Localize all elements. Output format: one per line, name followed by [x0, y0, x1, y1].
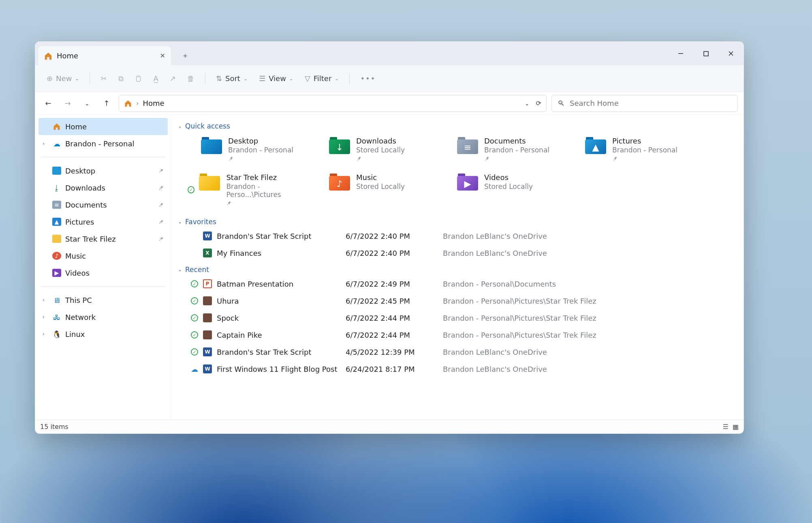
- icons-view-button[interactable]: ▦: [733, 423, 739, 431]
- file-name: Brandon's Star Trek Script: [217, 232, 312, 240]
- file-date: 6/7/2022 2:44 PM: [346, 314, 443, 322]
- sidebar-item-brandon-personal[interactable]: ›☁Brandon - Personal: [38, 135, 168, 152]
- search-box[interactable]: 🔍︎: [551, 95, 738, 112]
- file-date: 6/24/2021 8:17 PM: [346, 365, 443, 373]
- section-header-favorites[interactable]: ⌄ Favorites: [175, 216, 740, 227]
- sidebar-item-videos[interactable]: ▶Videos: [38, 264, 168, 281]
- file-name: Captain Pike: [217, 331, 262, 339]
- address-bar[interactable]: › Home ⌄ ⟳: [119, 95, 547, 112]
- quick-access-videos[interactable]: ▶VideosStored Locally: [444, 173, 569, 206]
- sidebar-item-star-trek-filez[interactable]: Star Trek Filez📌︎: [38, 230, 168, 247]
- folder-name: Desktop: [228, 137, 293, 145]
- back-button[interactable]: ←: [41, 96, 56, 111]
- breadcrumb[interactable]: Home: [143, 99, 164, 107]
- sidebar-item-music[interactable]: ♪Music: [38, 247, 168, 264]
- sidebar-item-label: Pictures: [65, 218, 94, 226]
- sidebar-item-linux[interactable]: ›🐧Linux: [38, 326, 168, 343]
- filter-button[interactable]: ▽ Filter ⌄: [300, 71, 344, 87]
- new-button[interactable]: ⊕ New ⌄: [42, 71, 84, 87]
- file-row[interactable]: ✓Uhura6/7/2022 2:45 PMBrandon - Personal…: [175, 292, 740, 309]
- file-date: 6/7/2022 2:40 PM: [346, 249, 443, 257]
- file-row[interactable]: XMy Finances6/7/2022 2:40 PMBrandon LeBl…: [175, 244, 740, 262]
- chevron-down-icon: ⌄: [289, 76, 293, 81]
- share-button[interactable]: ↗: [165, 71, 181, 87]
- chevron-down-icon: ⌄: [85, 100, 90, 107]
- section-header-recent[interactable]: ⌄ Recent: [175, 264, 740, 275]
- quick-access-music[interactable]: ♪MusicStored Locally: [316, 173, 441, 206]
- paste-button[interactable]: 📋︎: [130, 71, 147, 87]
- maximize-button[interactable]: [693, 42, 718, 65]
- file-location: Brandon - Personal\Pictures\Star Trek Fi…: [443, 331, 740, 339]
- folder-icon: ↓: [328, 137, 351, 155]
- sidebar-item-downloads[interactable]: ⭳Downloads📌︎: [38, 179, 168, 196]
- file-row[interactable]: ✓WBrandon's Star Trek Script4/5/2022 12:…: [175, 343, 740, 360]
- pin-icon: 📌︎: [612, 156, 677, 162]
- ellipsis-icon: •••: [360, 74, 376, 83]
- sidebar-item-desktop[interactable]: Desktop📌︎: [38, 162, 168, 179]
- sidebar-item-this-pc[interactable]: ›🖥This PC: [38, 292, 168, 309]
- sidebar-item-network[interactable]: ›🖧Network: [38, 309, 168, 326]
- music-icon: ♪: [52, 252, 61, 260]
- close-button[interactable]: [718, 42, 744, 65]
- copy-button[interactable]: ⧉: [113, 71, 128, 87]
- chevron-down-icon: ⌄: [244, 76, 248, 81]
- file-location: Brandon - Personal\Pictures\Star Trek Fi…: [443, 314, 740, 322]
- folder-location: Brandon - Personal: [484, 146, 549, 154]
- view-button[interactable]: ☰ View ⌄: [254, 71, 298, 87]
- quick-access-downloads[interactable]: ↓DownloadsStored Locally📌︎: [316, 137, 441, 162]
- rename-icon: A̲: [154, 74, 158, 83]
- filter-label: Filter: [314, 74, 332, 83]
- recent-locations-button[interactable]: ⌄: [80, 96, 94, 111]
- image-file-icon: [203, 296, 212, 305]
- sync-check-icon: ✓: [191, 314, 198, 322]
- folder-name: Pictures: [612, 137, 677, 145]
- pin-icon: 📌︎: [158, 236, 164, 242]
- filter-icon: ▽: [305, 74, 310, 83]
- chevron-down-icon[interactable]: ⌄: [525, 100, 530, 107]
- excel-file-icon: X: [203, 249, 212, 257]
- new-label: New: [56, 74, 72, 83]
- section-title: Quick access: [185, 122, 230, 130]
- tab-close-icon[interactable]: ✕: [160, 52, 165, 60]
- chevron-right-icon: ›: [43, 297, 45, 303]
- sidebar-item-documents[interactable]: ≡Documents📌︎: [38, 196, 168, 213]
- file-row[interactable]: ☁WFirst Windows 11 Flight Blog Post6/24/…: [175, 360, 740, 377]
- search-input[interactable]: [570, 99, 732, 107]
- new-tab-button[interactable]: ＋: [177, 47, 193, 64]
- chevron-down-icon: ⌄: [178, 219, 182, 225]
- delete-button[interactable]: 🗑︎: [182, 71, 199, 87]
- sidebar-item-label: Star Trek Filez: [65, 235, 116, 243]
- sidebar-item-label: Desktop: [65, 167, 95, 175]
- quick-access-pictures[interactable]: ▲PicturesBrandon - Personal📌︎: [572, 137, 697, 162]
- sync-check-icon: ✓: [191, 348, 198, 356]
- quick-access-desktop[interactable]: DesktopBrandon - Personal📌︎: [188, 137, 313, 162]
- scissors-icon: ✂: [100, 74, 107, 83]
- file-name: Brandon's Star Trek Script: [217, 348, 312, 356]
- file-row[interactable]: ✓Captain Pike6/7/2022 2:44 PMBrandon - P…: [175, 326, 740, 343]
- tab-home[interactable]: Home ✕: [38, 46, 171, 65]
- more-button[interactable]: •••: [355, 71, 380, 87]
- rename-button[interactable]: A̲: [149, 71, 163, 87]
- file-row[interactable]: ✓Spock6/7/2022 2:44 PMBrandon - Personal…: [175, 309, 740, 326]
- sidebar-item-home[interactable]: Home: [38, 118, 168, 135]
- minimize-button[interactable]: [668, 42, 693, 65]
- pin-icon: 📌︎: [158, 167, 164, 174]
- folder-name: Downloads: [356, 137, 405, 145]
- sidebar-item-pictures[interactable]: ▲Pictures📌︎: [38, 213, 168, 230]
- word-file-icon: W: [203, 347, 212, 356]
- section-header-quick-access[interactable]: ⌄ Quick access: [175, 120, 740, 132]
- up-button[interactable]: ↑: [99, 96, 114, 111]
- refresh-button[interactable]: ⟳: [536, 99, 541, 107]
- cut-button[interactable]: ✂: [96, 71, 111, 87]
- forward-button[interactable]: →: [60, 96, 75, 111]
- quick-access-star-trek-filez[interactable]: ✓Star Trek FilezBrandon - Perso...\Pictu…: [188, 173, 313, 206]
- chevron-down-icon: ⌄: [75, 76, 79, 81]
- desktop-icon: [52, 167, 61, 175]
- sort-button[interactable]: ⇅ Sort ⌄: [211, 71, 252, 87]
- file-row[interactable]: ✓PBatman Presentation6/7/2022 2:49 PMBra…: [175, 275, 740, 292]
- file-row[interactable]: WBrandon's Star Trek Script6/7/2022 2:40…: [175, 227, 740, 244]
- file-date: 6/7/2022 2:49 PM: [346, 280, 443, 288]
- details-view-button[interactable]: ☰: [723, 423, 729, 431]
- quick-access-documents[interactable]: ≡DocumentsBrandon - Personal📌︎: [444, 137, 569, 162]
- share-icon: ↗: [170, 74, 176, 83]
